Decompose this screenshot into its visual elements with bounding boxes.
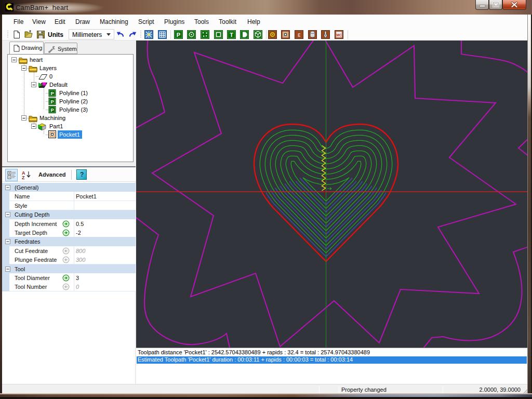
svg-text:ε: ε	[298, 31, 301, 38]
svg-text:Polyline (2): Polyline (2)	[59, 98, 88, 104]
svg-text:Machining: Machining	[39, 115, 65, 121]
svg-text:T: T	[230, 32, 233, 38]
svg-text:Default: Default	[49, 82, 68, 88]
svg-text:heart: heart	[30, 57, 43, 63]
svg-text:MC: MC	[336, 33, 341, 37]
svg-text:P: P	[50, 91, 54, 96]
svg-text:Layers: Layers	[39, 65, 57, 71]
svg-text:P: P	[177, 32, 180, 38]
svg-text:Polyline (3): Polyline (3)	[59, 107, 88, 113]
svg-text:Polyline (1): Polyline (1)	[59, 90, 88, 96]
svg-text:0: 0	[49, 73, 52, 79]
svg-text:Z: Z	[22, 175, 25, 180]
svg-text:Pocket1: Pocket1	[59, 131, 80, 138]
svg-text:Part1: Part1	[49, 123, 63, 129]
